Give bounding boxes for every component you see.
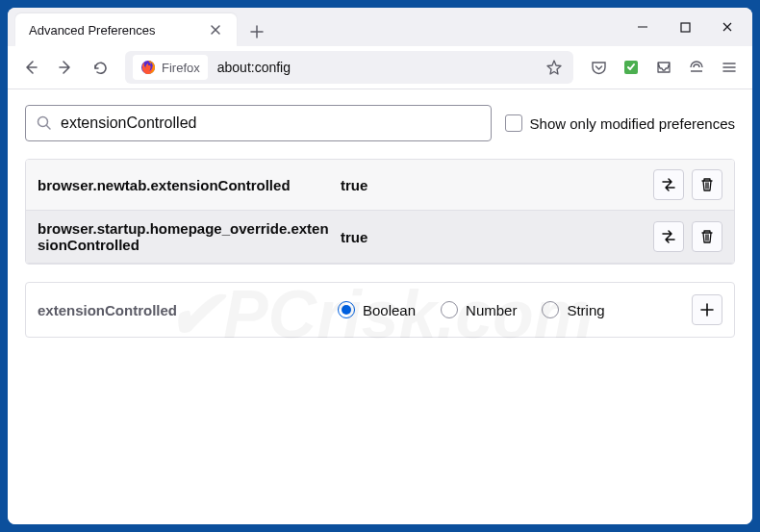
window-controls [621,8,748,46]
svg-rect-0 [681,23,690,32]
delete-button[interactable] [692,221,722,252]
pref-row[interactable]: browser.newtab.extensionControlled true [26,160,734,211]
firefox-icon [140,60,156,75]
row-actions [653,221,722,252]
radio-icon [542,301,559,318]
toggle-icon [660,228,677,245]
radio-label: Boolean [363,302,416,318]
close-tab-button[interactable] [204,18,227,41]
radio-icon [338,301,355,318]
shield-icon [688,59,705,76]
tab-title: Advanced Preferences [29,23,194,38]
pref-table: browser.newtab.extensionControlled true … [25,159,735,265]
bookmark-star-button[interactable] [541,54,568,81]
trash-icon [699,229,715,244]
url-bar[interactable]: Firefox [125,51,573,84]
maximize-icon [680,22,691,33]
pref-search-input[interactable] [53,114,481,132]
tab-strip: Advanced Preferences [8,8,621,46]
plus-icon [250,25,264,38]
star-icon [545,59,563,76]
maximize-button[interactable] [664,8,706,46]
forward-button[interactable] [50,52,81,83]
checkbox-label: Show only modified preferences [530,115,735,132]
pref-name: browser.startup.homepage_override.extens… [38,220,331,253]
pref-name: browser.newtab.extensionControlled [38,177,331,193]
extension-icon [623,60,639,75]
navigation-toolbar: Firefox [8,46,752,89]
trash-icon [699,177,715,192]
search-row: Show only modified preferences [25,105,735,141]
extension-button[interactable] [616,52,646,83]
toggle-icon [660,176,677,193]
radio-number[interactable]: Number [441,301,517,318]
type-radio-group: Boolean Number String [338,301,680,318]
show-modified-checkbox[interactable]: Show only modified preferences [505,114,735,132]
new-tab-button[interactable] [242,17,271,46]
identity-label: Firefox [162,61,200,75]
pref-value: true [341,229,644,245]
toggle-button[interactable] [653,169,684,200]
radio-string[interactable]: String [542,301,604,318]
radio-label: String [567,302,604,318]
url-input[interactable] [208,60,541,75]
minimize-icon [637,21,648,33]
toolbar-right [583,52,745,83]
inbox-button[interactable] [648,52,679,83]
identity-box[interactable]: Firefox [133,55,208,80]
inbox-icon [655,59,672,76]
hamburger-icon [722,60,737,75]
radio-label: Number [466,302,517,318]
close-icon [722,21,733,33]
pref-row[interactable]: browser.startup.homepage_override.extens… [26,211,734,264]
arrow-left-icon [22,59,39,76]
pref-value: true [341,177,644,193]
back-button[interactable] [15,52,46,83]
radio-boolean[interactable]: Boolean [338,301,416,318]
reload-button[interactable] [85,52,115,83]
radio-icon [441,301,458,318]
plus-icon [699,302,715,317]
minimize-button[interactable] [621,8,664,46]
search-icon [36,114,53,132]
arrow-right-icon [57,59,74,76]
pocket-button[interactable] [583,52,614,83]
add-pref-row: extensionControlled Boolean Number Strin… [25,282,735,338]
toggle-button[interactable] [653,221,684,252]
pref-search-box[interactable] [25,105,492,141]
pocket-icon [591,60,607,76]
browser-tab[interactable]: Advanced Preferences [15,13,237,46]
row-actions [653,169,722,200]
about-config-content: ✔PCrisk.com Show only modified preferenc… [8,89,752,524]
add-pref-name: extensionControlled [38,302,326,318]
close-icon [210,24,221,36]
reload-icon [92,60,109,76]
svg-line-5 [47,126,51,130]
browser-window: Advanced Preferences [8,8,752,524]
app-menu-button[interactable] [714,52,745,83]
close-window-button[interactable] [706,8,748,46]
titlebar: Advanced Preferences [8,8,752,46]
add-button[interactable] [692,294,722,325]
delete-button[interactable] [692,169,722,200]
shield-button[interactable] [681,52,712,83]
checkbox-icon [505,114,522,132]
